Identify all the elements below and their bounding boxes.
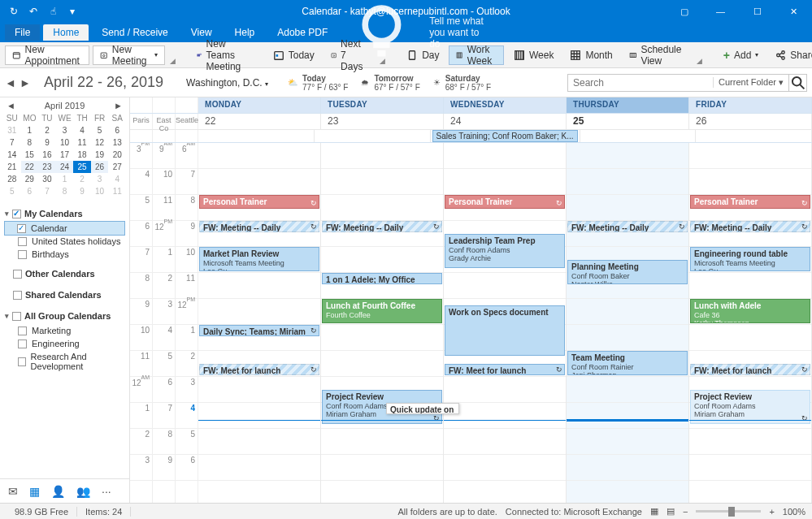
calendar-event[interactable]: Engineering round tableMicrosoft Teams M… bbox=[690, 247, 810, 271]
qat-dropdown-icon[interactable]: ▾ bbox=[63, 3, 81, 19]
mini-day[interactable]: 2 bbox=[73, 173, 91, 185]
calendar-icon[interactable]: ▦ bbox=[29, 485, 40, 498]
new-appointment-button[interactable]: New Appointment bbox=[5, 45, 89, 65]
checkbox-icon[interactable] bbox=[12, 312, 21, 321]
calendar-event[interactable]: FW: Meet for launch planning ; M↻ bbox=[690, 364, 810, 375]
checkbox-icon[interactable] bbox=[18, 357, 26, 366]
people-group-icon[interactable]: 👥 bbox=[76, 485, 90, 498]
calendar-event[interactable]: Lunch at Fourth CoffeeFourth Coffee bbox=[322, 299, 442, 323]
calendar-event[interactable]: Team MeetingConf Room RainierJoni Sherma… bbox=[567, 351, 688, 375]
mini-day[interactable]: 7 bbox=[38, 185, 56, 197]
mini-prev-month[interactable]: ◄ bbox=[7, 101, 15, 110]
zoom-in-button[interactable]: + bbox=[769, 507, 774, 517]
calendar-item[interactable]: Marketing bbox=[5, 324, 124, 337]
mini-day[interactable]: 3 bbox=[91, 173, 109, 185]
day-header-thu[interactable]: THURSDAY bbox=[567, 97, 689, 113]
calendar-event[interactable]: Lunch with AdeleCafe 36Kathy Thompson bbox=[690, 299, 810, 323]
tell-me-search[interactable]: Tell me what you want to do bbox=[341, 0, 493, 65]
mini-day[interactable]: 7 bbox=[3, 136, 21, 149]
day-date-fri[interactable]: 26 bbox=[689, 114, 812, 129]
group-launcher-arrange[interactable]: ◢ bbox=[695, 57, 704, 65]
mini-day[interactable]: 28 bbox=[3, 173, 21, 185]
group-other-calendars[interactable]: Other Calendars bbox=[5, 266, 124, 282]
close-icon[interactable]: ✕ bbox=[775, 0, 812, 23]
checkbox-icon[interactable] bbox=[17, 224, 26, 233]
tab-send-receive[interactable]: Send / Receive bbox=[92, 24, 177, 41]
search-input[interactable] bbox=[568, 77, 713, 89]
qat-touch-icon[interactable]: ☝︎ bbox=[44, 3, 62, 19]
mini-day[interactable]: 4 bbox=[73, 124, 91, 136]
mini-next-month[interactable]: ► bbox=[114, 101, 123, 110]
mail-icon[interactable]: ✉ bbox=[8, 485, 18, 498]
mini-day[interactable]: 14 bbox=[3, 149, 21, 161]
mini-day[interactable]: 6 bbox=[21, 185, 39, 197]
search-box[interactable]: Current Folder ▾ bbox=[567, 74, 807, 92]
mini-day[interactable]: 29 bbox=[21, 173, 39, 185]
mini-day[interactable]: 6 bbox=[108, 124, 126, 136]
calendar-event[interactable]: FW: Meet for launch planning ; M↻ bbox=[199, 364, 319, 375]
mini-day[interactable]: 2 bbox=[38, 124, 56, 136]
add-calendar-button[interactable]: + Add ▾ bbox=[717, 45, 766, 65]
mini-day[interactable]: 24 bbox=[56, 161, 74, 173]
zoom-out-button[interactable]: − bbox=[683, 507, 688, 517]
group-launcher-new[interactable]: ◢ bbox=[168, 57, 177, 65]
mini-day[interactable]: 10 bbox=[56, 136, 74, 149]
calendar-event[interactable]: Personal Trainer↻ bbox=[690, 195, 810, 209]
calendar-event[interactable]: Project ReviewConf Room AdamsMiriam Grah… bbox=[690, 390, 810, 424]
calendar-grid[interactable]: 3PM456789101112AM123 9AM101112PM12345678… bbox=[130, 143, 812, 503]
mini-calendar[interactable]: ◄ April 2019 ► SUMOTUWETHFRSA31123456789… bbox=[0, 97, 129, 202]
search-go-button[interactable] bbox=[788, 74, 806, 91]
allday-row[interactable]: Sales Training; Conf Room Baker; K... bbox=[130, 130, 812, 143]
checkbox-icon[interactable] bbox=[13, 270, 22, 279]
zoom-slider[interactable] bbox=[696, 510, 761, 513]
calendar-event[interactable]: FW: Meeting -- Daily Standup; Co↻ bbox=[690, 221, 810, 232]
checkbox-icon[interactable] bbox=[13, 291, 22, 300]
group-shared-calendars[interactable]: Shared Calendars bbox=[5, 287, 124, 303]
mini-day[interactable]: 31 bbox=[3, 124, 21, 136]
day-header-mon[interactable]: MONDAY bbox=[198, 97, 321, 113]
prev-period-button[interactable]: ◄ bbox=[5, 76, 16, 89]
qat-undo-icon[interactable]: ↶ bbox=[24, 3, 42, 19]
view-normal-icon[interactable]: ▦ bbox=[650, 506, 658, 517]
mini-day[interactable]: 13 bbox=[108, 136, 126, 149]
mini-day[interactable]: 23 bbox=[38, 161, 56, 173]
mini-day[interactable]: 26 bbox=[91, 161, 109, 173]
calendar-event[interactable]: FW: Meeting -- Daily Standup; Co↻ bbox=[567, 221, 688, 232]
mini-day[interactable]: 19 bbox=[91, 149, 109, 161]
mini-day[interactable]: 16 bbox=[38, 149, 56, 161]
checkbox-icon[interactable] bbox=[18, 237, 27, 246]
mini-day[interactable]: 20 bbox=[108, 149, 126, 161]
new-meeting-button[interactable]: New Meeting ▾ bbox=[93, 45, 165, 65]
mini-day[interactable]: 3 bbox=[56, 124, 74, 136]
mini-day[interactable]: 12 bbox=[91, 136, 109, 149]
calendar-item[interactable]: Calendar bbox=[4, 221, 125, 236]
mini-day[interactable]: 5 bbox=[3, 185, 21, 197]
checkbox-icon[interactable] bbox=[18, 327, 27, 335]
checkbox-icon[interactable] bbox=[12, 210, 21, 218]
calendar-event[interactable]: Market Plan ReviewMicrosoft Teams Meetin… bbox=[199, 247, 319, 271]
people-icon[interactable]: 👤 bbox=[51, 485, 65, 498]
search-scope-dropdown[interactable]: Current Folder ▾ bbox=[713, 77, 788, 88]
mini-day[interactable]: 5 bbox=[91, 124, 109, 136]
mini-day[interactable]: 15 bbox=[21, 149, 39, 161]
mini-day[interactable]: 30 bbox=[38, 173, 56, 185]
view-reading-icon[interactable]: ▤ bbox=[667, 506, 675, 517]
checkbox-icon[interactable] bbox=[18, 250, 27, 259]
calendar-item[interactable]: Research And Development bbox=[5, 350, 124, 373]
mini-day[interactable]: 10 bbox=[91, 185, 109, 197]
mini-day[interactable]: 22 bbox=[21, 161, 39, 173]
allday-event[interactable]: Sales Training; Conf Room Baker; K... bbox=[432, 130, 578, 142]
calendar-event[interactable]: FW: Meet for launch planning ; M↻ bbox=[445, 364, 565, 375]
calendar-event[interactable]: Personal Trainer↻ bbox=[445, 195, 565, 209]
share-calendar-button[interactable]: Share ▾ bbox=[768, 45, 812, 65]
weather-location[interactable]: Washington, D.C. ▾ bbox=[186, 77, 268, 89]
day-header-fri[interactable]: FRIDAY bbox=[689, 97, 812, 113]
calendar-event[interactable]: Planning MeetingConf Room BakerNestor Wi… bbox=[567, 260, 688, 284]
mini-day[interactable]: 1 bbox=[56, 173, 74, 185]
mini-day[interactable]: 27 bbox=[108, 161, 126, 173]
calendar-event[interactable]: Personal Trainer↻ bbox=[199, 195, 319, 209]
calendar-event[interactable]: FW: Meeting -- Daily Standup; Co↻ bbox=[199, 221, 319, 232]
mini-day[interactable]: 8 bbox=[56, 185, 74, 197]
mini-day[interactable]: 18 bbox=[73, 149, 91, 161]
calendar-event[interactable]: Work on Specs document bbox=[445, 305, 565, 356]
